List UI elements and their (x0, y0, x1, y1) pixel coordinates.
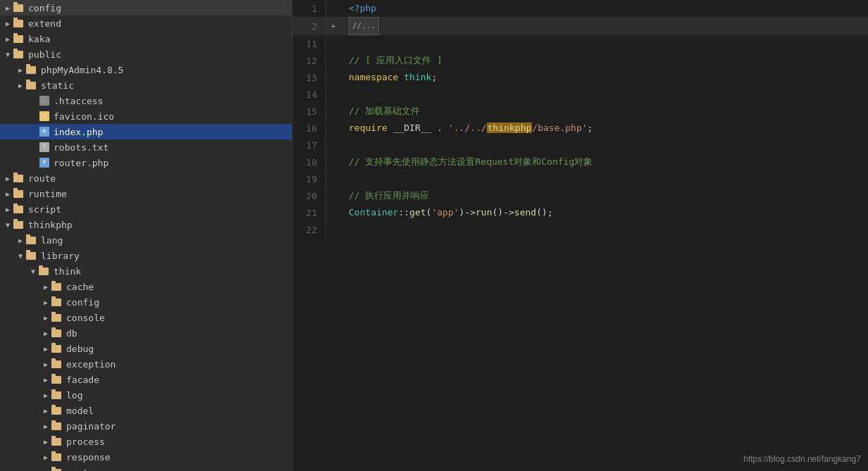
sidebar-item-model[interactable]: ▶model (0, 403, 292, 418)
sidebar-item-config2[interactable]: ▶config (0, 294, 292, 310)
folder-icon-static (25, 80, 38, 90)
line-number: 16 (292, 120, 326, 137)
sidebar-item-kaka[interactable]: ▶kaka (0, 31, 292, 46)
folder-icon-paginator (51, 421, 63, 431)
sidebar-item-lang[interactable]: ▶lang (0, 232, 292, 248)
tree-label-process: process (66, 437, 105, 447)
tree-arrow-log: ▶ (41, 391, 51, 399)
folder-icon-route2 (51, 467, 63, 471)
sidebar-item-public[interactable]: ▼public (0, 46, 292, 62)
tree-arrow-process: ▶ (41, 438, 51, 446)
code-line-18: 18 // 支持事先使用静态方法设置Request对象和Config对象 (292, 153, 868, 170)
tree-arrow-kaka: ▶ (3, 35, 13, 43)
sidebar-item-index-php[interactable]: Pindex.php (0, 124, 292, 139)
sidebar-item-robots[interactable]: Trobots.txt (0, 139, 292, 155)
line-number: 21 (292, 204, 326, 221)
gutter-15 (326, 103, 340, 120)
sidebar-item-route2[interactable]: ▶route (0, 465, 292, 471)
tree-arrow-db: ▶ (41, 329, 51, 337)
code-content-1: <?php (340, 0, 868, 17)
sidebar-item-router[interactable]: Prouter.php (0, 155, 292, 170)
tree-arrow-paginator: ▶ (41, 422, 51, 430)
sidebar-item-runtime[interactable]: ▶runtime (0, 186, 292, 201)
tree-label-route: route (28, 173, 56, 184)
line-number: 2 (292, 17, 326, 35)
code-line-13: 13 namespace think; (292, 69, 868, 86)
gutter-17 (326, 137, 340, 153)
tree-label-route2: route (66, 467, 94, 472)
gutter-20 (326, 187, 340, 204)
tree-arrow-response: ▶ (41, 453, 51, 461)
tree-label-public: public (28, 49, 61, 60)
tree-arrow-route: ▶ (3, 175, 13, 182)
line-number: 13 (292, 69, 326, 86)
line-number: 1 (292, 0, 326, 17)
sidebar-item-facade[interactable]: ▶facade (0, 372, 292, 387)
gutter-18 (326, 153, 340, 170)
code-line-11: 11 (292, 35, 868, 52)
sidebar-item-library[interactable]: ▼library (0, 248, 292, 263)
sidebar-item-cache[interactable]: ▶cache (0, 279, 292, 294)
tree-label-db: db (66, 328, 78, 339)
folder-icon-public (13, 49, 25, 59)
folder-icon-log (51, 390, 63, 400)
line-number: 17 (292, 137, 326, 153)
tree-label-exception: exception (66, 359, 116, 370)
folder-icon-runtime (13, 189, 25, 199)
sidebar-item-script[interactable]: ▶script (0, 201, 292, 217)
folder-icon-script (13, 204, 25, 214)
tree-label-phpMyAdmin: phpMyAdmin4.8.5 (41, 65, 123, 75)
sidebar-item-extend[interactable]: ▶extend (0, 15, 292, 31)
code-line-12: 12 // [ 应用入口文件 ] (292, 52, 868, 69)
tree-arrow-library: ▼ (16, 252, 25, 260)
code-content-17 (340, 137, 868, 153)
folder-icon-cache (51, 282, 63, 291)
sidebar-item-response[interactable]: ▶response (0, 449, 292, 465)
sidebar-item-config[interactable]: ▶config (0, 0, 292, 15)
code-content-18: // 支持事先使用静态方法设置Request对象和Config对象 (340, 153, 868, 170)
sidebar-item-route[interactable]: ▶route (0, 170, 292, 186)
folder-icon-debug (51, 344, 63, 353)
file-tree[interactable]: ▶config▶extend▶kaka▼public▶phpMyAdmin4.8… (0, 0, 292, 471)
sidebar-item-db[interactable]: ▶db (0, 325, 292, 341)
line-number: 15 (292, 103, 326, 120)
tree-label-think: think (54, 266, 81, 277)
tree-label-library: library (41, 251, 80, 261)
sidebar-item-htaccess[interactable]: ..htaccess (0, 93, 292, 108)
code-line-16: 16 require __DIR__ . '../../thinkphp/bas… (292, 120, 868, 137)
folder-icon-db (51, 328, 63, 338)
sidebar-item-console[interactable]: ▶console (0, 310, 292, 325)
code-line-21: 21 Container::get('app')->run()->send(); (292, 204, 868, 221)
sidebar-item-thinkphp[interactable]: ▼thinkphp (0, 217, 292, 232)
tree-label-index-php: index.php (54, 127, 103, 137)
sidebar-item-paginator[interactable]: ▶paginator (0, 418, 292, 434)
tree-label-robots: robots.txt (54, 142, 108, 153)
sidebar-item-phpMyAdmin[interactable]: ▶phpMyAdmin4.8.5 (0, 62, 292, 77)
folder-icon-facade (51, 375, 63, 384)
sidebar-item-favicon[interactable]: Ifavicon.ico (0, 108, 292, 124)
tree-label-log: log (66, 390, 82, 401)
htaccess-icon-htaccess: . (38, 96, 51, 106)
gutter-22 (326, 221, 340, 238)
folder-icon-phpMyAdmin (25, 65, 38, 75)
sidebar-item-exception[interactable]: ▶exception (0, 356, 292, 372)
code-content-11 (340, 35, 868, 52)
tree-label-htaccess: .htaccess (54, 96, 103, 106)
sidebar-item-process[interactable]: ▶process (0, 434, 292, 449)
sidebar-item-debug[interactable]: ▶debug (0, 341, 292, 356)
gutter-2[interactable]: + (326, 17, 340, 35)
tree-label-model: model (66, 406, 94, 416)
line-number: 14 (292, 86, 326, 103)
tree-label-debug: debug (66, 344, 94, 354)
folder-icon-thinkphp (13, 220, 25, 230)
sidebar-item-think[interactable]: ▼think (0, 263, 292, 279)
ico-icon-favicon: I (38, 111, 51, 121)
code-content-20: // 执行应用并响应 (340, 187, 868, 204)
folder-icon-route (13, 173, 25, 183)
sidebar-item-log[interactable]: ▶log (0, 387, 292, 403)
gutter-11 (326, 35, 340, 52)
tree-arrow-lang: ▶ (16, 237, 25, 244)
tree-label-config2: config (66, 297, 99, 308)
sidebar-item-static[interactable]: ▶static (0, 77, 292, 93)
code-content-2: //... (340, 17, 868, 35)
